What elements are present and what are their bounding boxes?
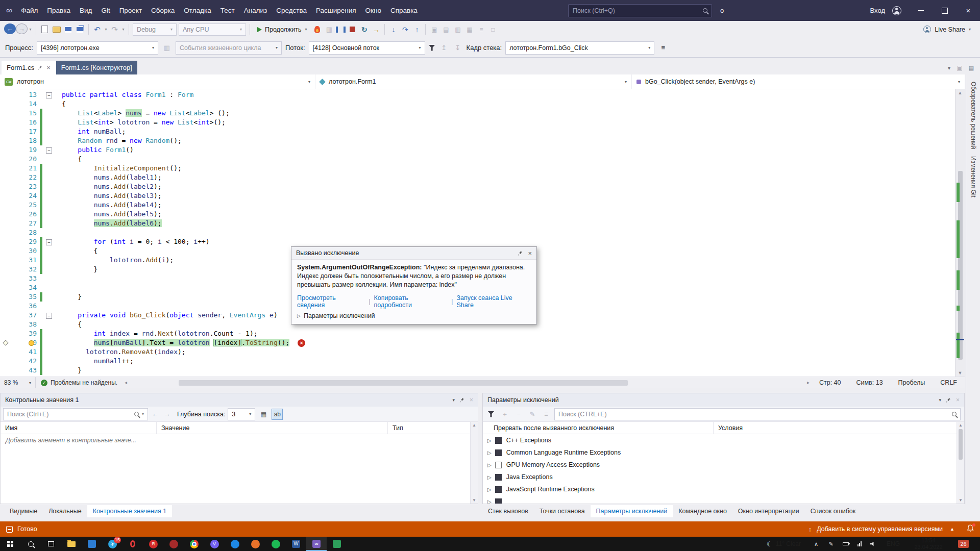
code-line-40[interactable]: 40 nums[numBall].Text = lototron [index]… [0,338,965,347]
code-line-19[interactable]: 19− public Form1() [0,145,965,155]
menu-Файл[interactable]: Файл [16,0,42,21]
exception-popup-titlebar[interactable]: Вызвано исключение × [291,247,536,260]
output-window-icon[interactable]: ▤ [440,23,452,36]
process-dropdown[interactable]: [4396] лототрон.exe▾ [37,41,158,55]
collapse-region-button[interactable]: − [46,313,52,319]
continue-button[interactable]: Продолжить ▾ [254,23,310,36]
menu-Анализ[interactable]: Анализ [239,0,272,21]
quick-launch-search[interactable] [568,4,712,17]
scroll-down-icon[interactable]: ▼ [471,497,478,504]
search-forward-icon[interactable]: → [162,410,172,418]
add-to-source-control-button[interactable]: Добавить в систему управления версиями [817,525,943,533]
menu-Вид[interactable]: Вид [75,0,96,21]
thread-dropdown[interactable]: [4128] Основной поток▾ [309,41,425,55]
exception-category-row[interactable]: ▷Java Exceptions [483,471,964,483]
code-line-42[interactable]: 42 numBall++; [0,357,965,366]
debug-tab-2[interactable]: Точки останова [534,505,591,517]
view-details-link[interactable]: Просмотреть сведения [297,294,365,309]
column-type[interactable]: Тип [388,422,478,434]
nav-caret-icon[interactable]: ▾ [28,23,33,36]
quick-launch-input[interactable] [573,7,703,14]
menu-Тест[interactable]: Тест [216,0,239,21]
code-line-23[interactable]: 23 nums.Add(label2); [0,182,965,191]
restart-debug-icon[interactable]: ↻ [358,23,370,36]
toolbar-options-icon[interactable]: ▤ [969,65,974,71]
collapse-region-button[interactable]: − [46,147,52,154]
code-line-27[interactable]: 27 nums.Add(label6); [0,219,965,228]
scroll-up-icon[interactable]: ▲ [471,422,478,429]
exception-category-row[interactable]: ▷Common Language Runtime Exceptions [483,446,964,459]
search-button[interactable] [20,537,41,551]
visual-studio[interactable]: ∞ [306,537,327,551]
menu-Проект[interactable]: Проект [115,0,146,21]
modules-window-icon[interactable]: □ [487,23,499,36]
exception-category-row[interactable]: ▷ [483,495,964,504]
code-line-41[interactable]: 41 lototron.RemoveAt(index); [0,347,965,357]
telegram[interactable]: ✈15 [102,537,122,551]
exception-settings-header[interactable]: Параметры исключений ▾ × [483,393,964,407]
exception-category-row[interactable]: ▷C++ Exceptions [483,434,964,446]
code-line-39[interactable]: 39 int index = rnd.Next(lototron.Count -… [0,329,965,338]
watch-tab-2[interactable]: Локальные [43,505,87,517]
format-specifier-icon[interactable]: ▦ [258,409,269,420]
debug-tab-1[interactable]: Стек вызовов [482,505,534,517]
exception-category-row[interactable]: ▷GPU Memory Access Exceptions [483,459,964,471]
app-green[interactable] [327,537,347,551]
platform-dropdown[interactable]: Any CPU▾ [179,23,246,36]
start-live-share-link[interactable]: Запуск сеанса Live Share [457,294,531,309]
stack-frame-list-icon[interactable]: ≡ [658,44,668,52]
tab-form1-cs[interactable]: Form1.cs × [2,61,56,74]
menu-Сборка[interactable]: Сборка [146,0,179,21]
expand-row-icon[interactable]: ▷ [483,462,495,468]
search-back-icon[interactable]: ← [151,410,160,418]
hscrollbar-thumb[interactable] [179,380,628,386]
collapse-region-button[interactable]: − [46,239,52,245]
close-popup-icon[interactable]: × [528,249,532,257]
project-dropdown[interactable]: C# лототрон ▾ [0,74,315,89]
watch-search[interactable]: ▾ [3,408,148,420]
debug-tab-5[interactable]: Окно интерпретации [732,505,805,517]
code-line-18[interactable]: 18 Random rnd = new Random(); [0,136,965,145]
member-dropdown[interactable]: bGo_Click(object sender, EventArgs e) ▾ [632,74,965,89]
threads-window-icon[interactable]: ≡ [475,23,487,36]
debug-tab-4[interactable]: Командное окно [673,505,732,517]
expand-row-icon[interactable]: ▷ [483,450,495,456]
lifecycle-dropdown[interactable]: События жизненного цикла▾ [176,41,282,55]
column-name[interactable]: Имя [1,422,157,434]
exception-category-row[interactable]: ▷JavaScript Runtime Exceptions [483,483,964,495]
exception-search-input[interactable] [558,411,949,418]
menu-Средства[interactable]: Средства [272,0,311,21]
code-line-20[interactable]: 20 { [0,155,965,164]
quick-actions-bulb-icon[interactable] [29,340,34,346]
undo-caret-icon[interactable]: ▾ [103,23,109,36]
exception-checkbox[interactable] [495,462,502,468]
window-position-icon[interactable]: ▾ [939,397,941,403]
clock[interactable]: 13:54 23.04.2022 [909,537,948,550]
scroll-down-icon[interactable]: ▼ [955,369,965,377]
unflag-threads-icon[interactable]: ↧ [453,44,463,52]
tray-chevron-icon[interactable]: ∧ [811,541,822,547]
signin-link[interactable]: Вход [870,7,885,14]
code-health-indicator[interactable]: ✓ Проблемы не найдены. [36,379,122,386]
search-depth-dropdown[interactable]: 3▾ [228,408,255,420]
save-icon[interactable] [62,23,74,36]
hex-display-icon[interactable]: ab [272,409,283,420]
code-line-13[interactable]: 13−public partial class Form1 : Form [0,90,965,99]
forward-icon[interactable]: → [16,23,28,34]
maximize-button[interactable] [933,0,957,21]
close-window-icon[interactable]: × [470,396,473,404]
exception-settings-expander[interactable]: ▷ Параметры исключений [291,310,536,324]
exception-checkbox[interactable] [495,498,502,505]
expand-row-icon[interactable]: ▷ [483,487,495,492]
stack-frame-dropdown[interactable]: лототрон.Form1.bGo_Click▾ [505,41,654,55]
close-tab-icon[interactable]: × [46,64,51,71]
flag-threads-icon[interactable]: ↥ [439,44,449,52]
watch-search-input[interactable] [7,411,131,418]
edit-conditions-icon[interactable]: ✎ [527,409,538,420]
code-line-16[interactable]: 16 List<int> lototron = new List<int>(); [0,118,965,127]
back-icon[interactable]: ← [4,23,16,34]
minimize-button[interactable] [910,0,933,21]
configuration-dropdown[interactable]: Debug▾ [133,23,177,36]
column-conditions[interactable]: Условия [714,422,964,434]
new-file-icon[interactable] [39,23,51,36]
